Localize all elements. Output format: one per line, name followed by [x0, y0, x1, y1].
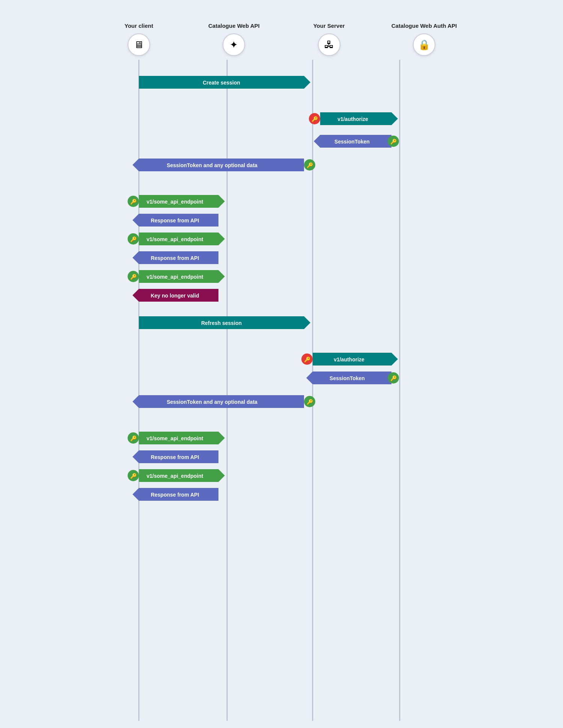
key-icon-api2: 🔑	[130, 236, 137, 243]
actor-server-circle: 🖧	[318, 33, 340, 56]
response-1-label: Response from API	[151, 217, 199, 224]
refresh-session-arrow	[304, 316, 310, 329]
actor-client-label: Your client	[125, 23, 153, 29]
actor-api-label: Catalogue Web API	[208, 23, 260, 29]
actor-api: Catalogue Web API ✦	[211, 23, 256, 56]
refresh-session-label: Refresh session	[201, 320, 242, 326]
actor-api-circle: ✦	[223, 33, 245, 56]
session-token-1-label: SessionToken	[334, 139, 370, 145]
actor-auth-circle: 🔒	[413, 33, 435, 56]
key-invalid-arrow	[132, 289, 139, 302]
response-4-arrow	[132, 488, 139, 501]
key-icon-st2: 🔑	[390, 375, 397, 382]
lock-icon: 🔒	[418, 39, 430, 51]
key-icon-v1auth2: 🔑	[304, 356, 311, 363]
response-2-label: Response from API	[151, 255, 199, 261]
session-token-data-1-label: SessionToken and any optional data	[167, 162, 257, 168]
response-4-label: Response from API	[151, 492, 199, 498]
v1-authorize-1-arrow	[391, 112, 398, 125]
server-icon: 🖧	[324, 39, 334, 51]
actor-server: Your Server 🖧	[307, 23, 352, 56]
api-call-1-arrow	[218, 195, 225, 208]
key-icon-std1: 🔑	[307, 162, 313, 169]
session-token-data-1-arrow	[132, 159, 139, 171]
api-call-2-label: v1/some_api_endpoint	[147, 236, 203, 242]
response-1-arrow	[132, 214, 139, 227]
response-2-arrow	[132, 251, 139, 264]
sequence-diagram: Your client 🖥 Catalogue Web API ✦ Your S…	[101, 15, 462, 721]
api-call-3-arrow	[218, 270, 225, 283]
session-token-2-label: SessionToken	[330, 375, 365, 381]
key-icon-api5: 🔑	[130, 473, 137, 479]
api-call-5-arrow	[218, 469, 225, 482]
actor-client: Your client 🖥	[116, 23, 161, 56]
api-call-3-label: v1/some_api_endpoint	[147, 274, 203, 280]
key-icon-api1: 🔑	[130, 199, 137, 205]
key-icon-api3: 🔑	[130, 274, 137, 280]
session-token-data-2-label: SessionToken and any optional data	[167, 399, 257, 405]
api-call-1-label: v1/some_api_endpoint	[147, 199, 203, 205]
actor-client-circle: 🖥	[128, 33, 150, 56]
key-icon-st1: 🔑	[390, 139, 397, 145]
session-token-1-arrow	[314, 135, 320, 148]
key-icon-v1auth1: 🔑	[312, 116, 318, 122]
widget-icon: ✦	[230, 39, 238, 51]
actor-server-label: Your Server	[313, 23, 345, 29]
api-call-4-arrow	[218, 432, 225, 444]
v1-authorize-2-label: v1/authorize	[334, 356, 364, 362]
api-call-5-label: v1/some_api_endpoint	[147, 473, 203, 479]
key-icon-std2: 🔑	[307, 399, 313, 405]
actor-auth: Catalogue Web Auth API 🔒	[402, 23, 447, 56]
api-call-4-label: v1/some_api_endpoint	[147, 435, 203, 441]
session-token-data-2-arrow	[132, 395, 139, 408]
create-session-arrow	[304, 76, 310, 89]
create-session-label: Create session	[203, 80, 240, 86]
response-3-label: Response from API	[151, 454, 199, 460]
v1-authorize-2-arrow	[391, 353, 398, 366]
key-invalid-label: Key no longer valid	[151, 293, 199, 299]
sequence-svg: Create session 🔑 v1/authorize SessionTok…	[101, 60, 462, 721]
actors-row: Your client 🖥 Catalogue Web API ✦ Your S…	[101, 23, 462, 56]
response-3-arrow	[132, 450, 139, 463]
v1-authorize-1-label: v1/authorize	[337, 116, 368, 122]
api-call-2-arrow	[218, 233, 225, 245]
session-token-2-arrow	[306, 372, 313, 384]
key-icon-api4: 🔑	[130, 435, 137, 442]
actor-auth-label: Catalogue Web Auth API	[391, 23, 457, 29]
monitor-icon: 🖥	[134, 39, 144, 51]
